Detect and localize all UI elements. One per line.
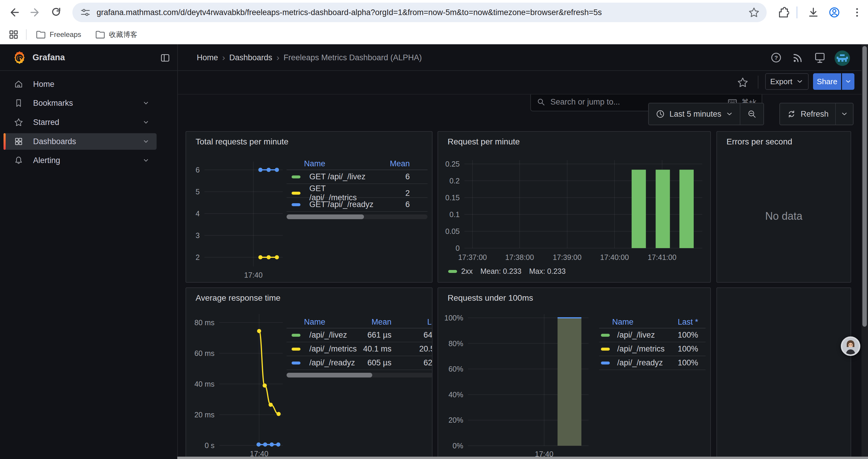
- panel-title[interactable]: Errors per second: [726, 137, 793, 146]
- series-name[interactable]: /api/_/readyz: [617, 358, 663, 367]
- kiosk-monitor-icon[interactable]: [813, 51, 827, 64]
- breadcrumb-dashboards[interactable]: Dashboards: [229, 53, 272, 62]
- bookmark-star-icon[interactable]: [748, 6, 760, 19]
- chart-legend: 2xx Mean: 0.233 Max: 0.233: [448, 267, 566, 275]
- series-swatch: [291, 362, 301, 364]
- series-mean: 6: [375, 172, 410, 182]
- request-per-minute-chart[interactable]: 0.250.20.150.10.05017:37:0017:38:0017:39…: [438, 132, 711, 283]
- series-name[interactable]: /api/_/readyz: [309, 358, 355, 367]
- table-row[interactable]: GET /api/_/livez 6: [286, 170, 428, 184]
- profile-icon[interactable]: [828, 6, 841, 19]
- sidebar-item-alerting[interactable]: Alerting: [4, 152, 157, 169]
- column-header-last[interactable]: Last *: [392, 318, 433, 327]
- series-name[interactable]: /api/_/livez: [309, 330, 347, 340]
- column-header-name[interactable]: Name: [286, 159, 375, 168]
- bookmark-folder-blogs[interactable]: 收藏博客: [94, 29, 137, 40]
- sidebar-item-bookmarks[interactable]: Bookmarks: [4, 95, 157, 111]
- chevron-down-icon[interactable]: [142, 156, 150, 165]
- column-header-name[interactable]: Name: [599, 318, 661, 327]
- time-range-main[interactable]: Last 5 minutes: [649, 103, 740, 125]
- grafana-logo[interactable]: [12, 50, 27, 66]
- svg-text:100%: 100%: [444, 314, 463, 322]
- table-scrollbar[interactable]: [286, 215, 428, 219]
- series-name[interactable]: GET /api/_/livez: [309, 172, 366, 182]
- column-header-mean[interactable]: Mean: [351, 318, 392, 327]
- chevron-down-icon[interactable]: [142, 137, 150, 145]
- table-row[interactable]: /api/_/readyz 605 µs 620 µs: [286, 356, 433, 370]
- svg-text:17:40: 17:40: [244, 271, 262, 279]
- export-button[interactable]: Export: [765, 73, 809, 90]
- star-icon: [13, 117, 24, 127]
- extensions-icon[interactable]: [776, 6, 789, 19]
- svg-text:3: 3: [195, 231, 200, 239]
- bookmark-folder-freeleaps[interactable]: Freeleaps: [35, 29, 81, 40]
- table-row[interactable]: /api/_/metrics 40.1 ms 20.5 ms: [286, 342, 433, 356]
- url-bar[interactable]: grafana.mathmast.com/d/deytv4rwavabkb/fr…: [72, 3, 767, 22]
- svg-text:40%: 40%: [448, 391, 463, 399]
- svg-text:80 ms: 80 ms: [194, 319, 215, 327]
- help-icon[interactable]: ?: [769, 51, 783, 64]
- column-header-mean[interactable]: Mean: [375, 159, 410, 168]
- table-row[interactable]: GET /api/_/readyz 6: [286, 198, 428, 212]
- zoom-out-button[interactable]: [740, 103, 764, 125]
- sidebar-item-label: Alerting: [33, 156, 60, 165]
- chevron-down-icon[interactable]: [142, 118, 150, 126]
- site-info-icon[interactable]: [80, 6, 91, 18]
- breadcrumb-home[interactable]: Home: [197, 53, 218, 62]
- legend-series[interactable]: 2xx: [461, 267, 473, 275]
- svg-text:17:38:00: 17:38:00: [505, 253, 534, 261]
- table-row[interactable]: GET /api/_/metrics 2: [286, 184, 428, 198]
- refresh-button[interactable]: Refresh: [780, 103, 835, 125]
- dock-sidebar-toggle-icon[interactable]: [159, 52, 171, 64]
- refresh-button-group[interactable]: Refresh: [779, 103, 854, 125]
- time-range-picker[interactable]: Last 5 minutes: [648, 103, 764, 125]
- series-name[interactable]: GET /api/_/metrics: [309, 184, 375, 202]
- page-scrollbar-thumb[interactable]: [862, 46, 867, 327]
- series-name[interactable]: GET /api/_/readyz: [309, 200, 373, 209]
- user-avatar[interactable]: [834, 50, 850, 66]
- column-header-name[interactable]: Name: [286, 318, 351, 327]
- series-swatch: [601, 348, 610, 351]
- sidebar-nav: Home Bookmarks Starred: [0, 71, 177, 459]
- table-row[interactable]: /api/_/metrics 100%: [599, 342, 706, 356]
- reload-icon[interactable]: [49, 5, 63, 20]
- svg-text:17:41:00: 17:41:00: [648, 253, 676, 261]
- column-header-last[interactable]: Last *: [661, 318, 698, 327]
- sidebar-item-dashboards[interactable]: Dashboards: [4, 133, 157, 150]
- series-mean: 6: [375, 200, 410, 209]
- dashboard-actions-bar: Export Share: [177, 71, 868, 95]
- sidebar-item-starred[interactable]: Starred: [4, 114, 157, 131]
- under-100ms-chart[interactable]: 100%80%60%40%20%0%17:40: [438, 288, 711, 459]
- table-row[interactable]: /api/_/readyz 100%: [599, 356, 706, 370]
- table-scrollbar[interactable]: [286, 373, 433, 378]
- share-button[interactable]: Share: [813, 73, 841, 90]
- series-name[interactable]: /api/_/metrics: [309, 345, 357, 354]
- refresh-interval-dropdown[interactable]: [836, 103, 853, 125]
- downloads-icon[interactable]: [807, 6, 820, 19]
- series-name[interactable]: /api/_/metrics: [617, 345, 665, 354]
- share-dropdown-button[interactable]: [842, 73, 855, 90]
- floating-assistant-avatar[interactable]: [841, 336, 860, 356]
- series-name[interactable]: /api/_/livez: [617, 330, 655, 340]
- back-icon[interactable]: [7, 5, 21, 20]
- legend-mean: Mean: 0.233: [480, 267, 522, 275]
- rss-news-icon[interactable]: [791, 51, 805, 64]
- chevron-down-icon: [725, 110, 733, 118]
- search-icon: [536, 97, 546, 107]
- forward-icon[interactable]: [28, 5, 42, 20]
- table-scrollbar-thumb[interactable]: [286, 215, 364, 219]
- bookmark-icon: [13, 98, 24, 108]
- table-scrollbar-thumb[interactable]: [286, 373, 372, 378]
- series-swatch: [291, 175, 301, 178]
- apps-grid-icon[interactable]: [8, 29, 20, 40]
- table-row[interactable]: /api/_/livez 100%: [599, 328, 706, 342]
- favorite-star-icon[interactable]: [737, 76, 749, 89]
- table-row[interactable]: /api/_/livez 661 µs 646 µs: [286, 328, 433, 342]
- menu-dots-icon[interactable]: [850, 6, 864, 19]
- chevron-down-icon[interactable]: [142, 99, 150, 107]
- panel-errors-per-second: Errors per second No data: [716, 131, 851, 283]
- url-text[interactable]: grafana.mathmast.com/d/deytv4rwavabkb/fr…: [97, 8, 741, 17]
- series-last: 620 µs: [392, 358, 433, 367]
- horizontal-scrollbar[interactable]: [177, 457, 868, 459]
- sidebar-item-home[interactable]: Home: [4, 76, 157, 93]
